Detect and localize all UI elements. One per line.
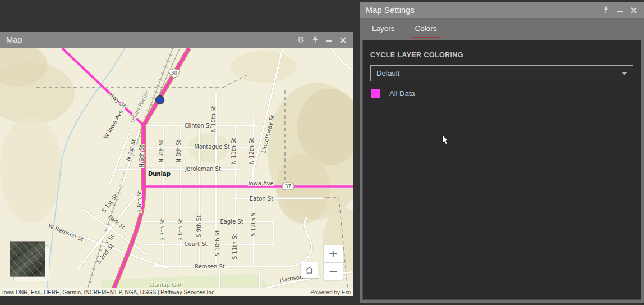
ia37-shield-number: 37 [285,184,291,189]
powered-by-esri: Powered by Esri [310,289,351,295]
settings-titlebar-icons [601,6,644,15]
tab-colors-label: Colors [415,24,437,33]
street-label: Jeroleman St [185,166,221,172]
ia37-shield: 37 [282,183,294,190]
street-label: S 12th St [250,211,256,236]
settings-window-title: Map Settings [360,6,415,15]
chevron-down-icon [622,72,627,75]
home-icon [305,266,314,274]
street-label: Hwy 30 [108,92,128,110]
map-window: Map ⚙ [0,32,353,296]
pin-icon[interactable] [311,36,319,44]
map-titlebar-icons: ⚙ [297,36,353,44]
active-tab-underline [411,37,441,38]
minimize-icon[interactable] [615,6,624,15]
location-marker[interactable] [156,96,164,104]
map-window-title: Map [0,35,22,44]
street-label: S 7th St [159,218,165,241]
close-icon[interactable] [629,6,638,15]
close-icon[interactable] [339,36,347,44]
map-titlebar: Map ⚙ [0,32,353,48]
street-label: Clinton St [185,122,212,129]
attribution-sources: Iowa DNR, Esri, HERE, Garmin, INCREMENT … [2,289,216,295]
street-label: Dunlap [148,171,171,177]
map-attribution: Iowa DNR, Esri, HERE, Garmin, INCREMENT … [0,288,353,296]
street-label: S 1st St [100,193,118,213]
street-label: Iowa Ave [249,180,274,186]
street-label: N 12th St [249,138,255,164]
section-heading: CYCLE LAYER COLORING [370,51,633,59]
map-graphic: 30 37 Clinton StMontague StJeroleman StI… [0,48,353,296]
street-label: N 8th St [176,140,182,163]
tab-colors[interactable]: Colors [412,19,440,40]
zoom-out-button[interactable]: − [324,263,343,280]
settings-tabs: Layers Colors [360,19,644,40]
street-label: N 7th St [158,140,164,163]
street-label: N 6th St [139,145,145,168]
street-label: N 11th St [231,138,237,164]
map-canvas[interactable]: 30 37 Clinton StMontague StJeroleman StI… [0,48,353,296]
zoom-in-button[interactable]: + [324,245,343,262]
all-data-label: All Data [389,89,415,98]
street-label: Eagle St [220,218,243,225]
home-button[interactable] [301,262,318,278]
gear-icon[interactable]: ⚙ [297,36,305,44]
pin-icon[interactable] [601,6,610,15]
street-label: S 10th St [214,230,220,256]
legend-row: All Data [370,89,633,98]
street-label: S 11th St [232,234,238,260]
street-label: W Iowa Ave [103,108,125,140]
tab-layers-label: Layers [372,24,395,33]
minimize-icon[interactable] [325,36,333,44]
cycle-coloring-dropdown[interactable]: Default [370,65,633,81]
street-label: N 10th St [210,106,217,132]
dropdown-value: Default [376,69,399,78]
settings-titlebar: Map Settings [360,2,644,19]
tab-layers[interactable]: Layers [369,19,398,40]
settings-content: CYCLE LAYER COLORING Default All Data [362,40,641,300]
map-settings-window: Map Settings Layers Colors CYCLE LAYER C… [360,2,644,303]
street-label: Court St [185,241,208,247]
street-label: Eaton St [250,195,273,202]
street-label: Dunlap Golf [150,282,183,288]
us30-shield-number: 30 [171,70,177,76]
zoom-control: + − [324,245,343,280]
all-data-color-swatch[interactable] [371,89,380,98]
street-label: S 9th St [196,215,202,238]
street-label: Remsen St [195,263,225,270]
street-label: S 8th St [177,218,183,241]
street-label: S 6th St [136,190,142,213]
street-label: Montague St [194,144,229,150]
basemap-toggle[interactable] [10,241,45,277]
